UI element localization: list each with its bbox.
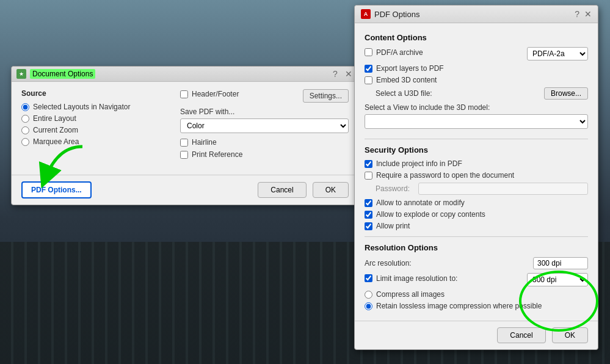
embed-3d-checkbox[interactable]: Embed 3D content — [365, 76, 588, 84]
document-options-dialog: ★ Document Options ? ✕ Source Selected L… — [11, 66, 359, 205]
pdf-help-button[interactable]: ? — [575, 9, 579, 19]
pdf-close-button[interactable]: ✕ — [584, 9, 592, 19]
compress-images-checkbox[interactable]: Compress all images — [365, 290, 588, 299]
entire-layout-label: Entire Layout — [33, 114, 76, 123]
header-footer-row: Header/Footer Settings... — [180, 89, 349, 103]
save-pdf-dropdown[interactable]: Color Grayscale Black & White — [180, 118, 349, 133]
doc-dialog-body: Source Selected Layouts in Navigator Ent… — [12, 82, 358, 170]
doc-dialog-title: Document Options — [30, 69, 95, 79]
radio-entire-layout[interactable]: Entire Layout — [21, 114, 168, 123]
arc-resolution-label: Arc resolution: — [365, 259, 533, 268]
source-section-label: Source — [21, 89, 168, 98]
doc-cancel-button[interactable]: Cancel — [258, 182, 306, 198]
compress-images-label: Compress all images — [376, 290, 445, 299]
allow-explode-checkbox[interactable]: Allow to explode or copy contents — [365, 210, 588, 219]
marquee-area-label: Marquee Area — [33, 137, 79, 146]
pdf-options-dialog: A PDF Options ? ✕ Content Options PDF/A … — [354, 5, 598, 350]
settings-button[interactable]: Settings... — [303, 89, 349, 103]
limit-resolution-label: Limit image resolution to: — [376, 274, 457, 283]
content-options-title: Content Options — [365, 33, 588, 42]
radio-marquee-area[interactable]: Marquee Area — [21, 137, 168, 146]
doc-dialog-controls: ? ✕ — [330, 69, 354, 79]
retain-lossless-checkbox[interactable]: Retain lossless image compression where … — [365, 302, 588, 310]
doc-ok-button[interactable]: OK — [313, 182, 349, 198]
current-zoom-label: Current Zoom — [33, 126, 78, 134]
doc-dialog-titlebar: ★ Document Options ? ✕ — [12, 67, 358, 82]
select-view-label: Select a View to include the 3D model: — [365, 103, 588, 112]
pdf-archive-row: PDF/A archive PDF/A-2a PDF/A-1a PDF/A-1b… — [365, 47, 588, 60]
print-reference-checkbox[interactable]: Print Reference — [180, 150, 349, 159]
pdf-archive-dropdown[interactable]: PDF/A-2a PDF/A-1a PDF/A-1b PDF/A-2b — [527, 47, 588, 60]
save-pdf-label: Save PDF with... — [180, 107, 349, 116]
pdf-title-area: A PDF Options — [361, 9, 419, 19]
limit-resolution-row: Limit image resolution to: 300 dpi 72 dp… — [365, 273, 588, 286]
radio-current-zoom[interactable]: Current Zoom — [21, 126, 168, 134]
require-password-checkbox[interactable]: Require a password to open the document — [365, 171, 588, 180]
arc-resolution-row: Arc resolution: — [365, 257, 588, 269]
resolution-options-title: Resolution Options — [365, 243, 588, 252]
print-reference-label: Print Reference — [192, 150, 242, 159]
pdf-dialog-controls: ? ✕ — [575, 9, 592, 19]
browse-button[interactable]: Browse... — [544, 87, 588, 100]
u3d-file-label: Select a U3D file: — [376, 89, 542, 98]
pdf-dialog-footer: Cancel OK — [355, 321, 598, 349]
u3d-file-row: Select a U3D file: Browse... — [376, 87, 588, 100]
arc-resolution-input[interactable] — [533, 257, 588, 269]
allow-print-label: Allow print — [376, 222, 410, 230]
limit-resolution-checkbox[interactable]: Limit image resolution to: — [365, 274, 527, 283]
doc-left-column: Source Selected Layouts in Navigator Ent… — [21, 89, 168, 162]
pdf-dialog-body: Content Options PDF/A archive PDF/A-2a P… — [355, 23, 598, 321]
allow-explode-label: Allow to explode or copy contents — [376, 210, 485, 219]
pdf-archive-checkbox[interactable]: PDF/A archive — [365, 48, 527, 57]
allow-annotate-label: Allow to annotate or modify — [376, 198, 465, 207]
pdf-options-button[interactable]: PDF Options... — [21, 181, 92, 198]
hairline-label: Hairline — [192, 138, 217, 147]
radio-selected-layouts[interactable]: Selected Layouts in Navigator — [21, 103, 168, 111]
retain-lossless-label: Retain lossless image compression where … — [376, 302, 542, 310]
pdf-dialog-titlebar: A PDF Options ? ✕ — [355, 5, 598, 23]
limit-resolution-dropdown[interactable]: 300 dpi 72 dpi 96 dpi 150 dpi 600 dpi — [527, 273, 588, 286]
pdf-cancel-button[interactable]: Cancel — [497, 327, 545, 343]
include-project-label: Include project info in PDF — [376, 159, 462, 168]
doc-help-button[interactable]: ? — [330, 69, 340, 79]
export-layers-label: Export layers to PDF — [376, 64, 444, 73]
doc-footer-right: Cancel OK — [258, 182, 349, 198]
pdf-ok-button[interactable]: OK — [552, 327, 588, 343]
password-label: Password: — [376, 184, 418, 193]
header-footer-label: Header/Footer — [192, 90, 239, 98]
selected-layouts-label: Selected Layouts in Navigator — [33, 103, 130, 111]
include-project-checkbox[interactable]: Include project info in PDF — [365, 159, 588, 168]
view-select-dropdown[interactable] — [365, 114, 588, 129]
export-layers-checkbox[interactable]: Export layers to PDF — [365, 64, 588, 73]
doc-dialog-columns: Source Selected Layouts in Navigator Ent… — [21, 89, 349, 162]
doc-title-icon: ★ — [16, 69, 26, 79]
password-input[interactable] — [418, 183, 588, 195]
doc-right-column: Header/Footer Settings... Save PDF with.… — [180, 89, 349, 162]
pdf-dialog-title: PDF Options — [374, 10, 419, 19]
doc-close-button[interactable]: ✕ — [344, 69, 354, 79]
allow-annotate-checkbox[interactable]: Allow to annotate or modify — [365, 198, 588, 207]
header-footer-checkbox[interactable]: Header/Footer — [180, 90, 239, 98]
security-options-title: Security Options — [365, 145, 588, 155]
password-row: Password: — [376, 183, 588, 195]
embed-3d-label: Embed 3D content — [376, 76, 437, 84]
hairline-checkbox[interactable]: Hairline — [180, 138, 349, 147]
require-password-label: Require a password to open the document — [376, 171, 514, 180]
pdf-archive-label: PDF/A archive — [376, 48, 423, 57]
pdf-title-icon: A — [361, 9, 371, 19]
source-radio-group: Selected Layouts in Navigator Entire Lay… — [21, 103, 168, 146]
doc-dialog-title-area: ★ Document Options — [16, 69, 95, 79]
doc-dialog-footer: PDF Options... Cancel OK — [12, 175, 358, 205]
allow-print-checkbox[interactable]: Allow print — [365, 222, 588, 230]
